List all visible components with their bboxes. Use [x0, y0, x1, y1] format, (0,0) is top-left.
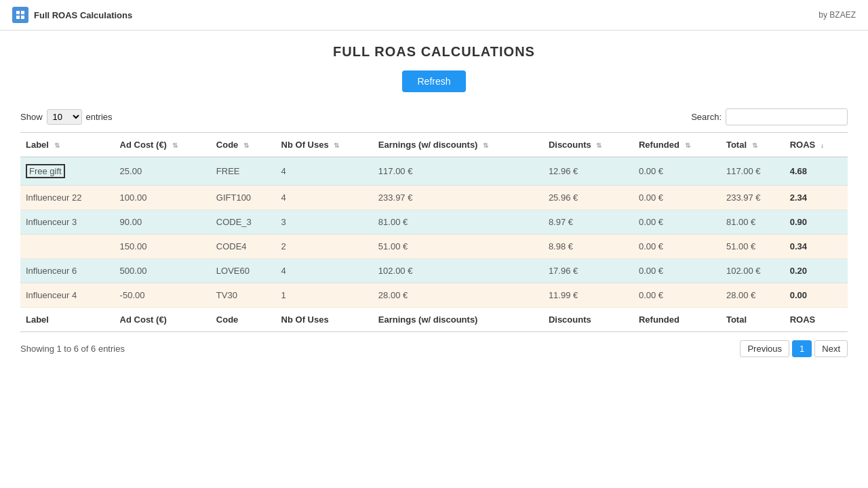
cell-refunded: 0.00 € — [633, 283, 721, 308]
table-row: Influenceur 4-50.00TV30128.00 €11.99 €0.… — [20, 283, 848, 308]
cell-refunded: 0.00 € — [633, 235, 721, 259]
cell-code: GIFT100 — [211, 186, 276, 210]
cell-nbofuses: 4 — [276, 186, 373, 210]
top-bar: Full ROAS Calculations by BZAEZ — [0, 0, 868, 30]
table-footer-row: Label Ad Cost (€) Code Nb Of Uses Earnin… — [20, 308, 848, 332]
col-header-adcost[interactable]: Ad Cost (€) ⇅ — [115, 133, 211, 157]
cell-roas: 4.68 — [785, 157, 848, 186]
cell-adcost: 100.00 — [115, 186, 211, 210]
cell-roas: 0.20 — [785, 259, 848, 283]
table-row: Influenceur 390.00CODE_3381.00 €8.97 €0.… — [20, 210, 848, 235]
svg-rect-3 — [21, 16, 24, 19]
cell-label — [20, 235, 115, 259]
cell-code: CODE_3 — [211, 210, 276, 235]
cell-adcost: 25.00 — [115, 157, 211, 186]
cell-roas: 0.34 — [785, 235, 848, 259]
svg-rect-1 — [21, 11, 24, 14]
cell-earnings: 117.00 € — [373, 157, 543, 186]
cell-discounts: 25.96 € — [543, 186, 633, 210]
cell-code: TV30 — [211, 283, 276, 308]
show-label: Show — [20, 112, 43, 122]
col-header-discounts[interactable]: Discounts ⇅ — [543, 133, 633, 157]
svg-rect-2 — [16, 16, 20, 19]
previous-button[interactable]: Previous — [740, 340, 789, 357]
search-label: Search: — [691, 112, 722, 122]
cell-total: 233.97 € — [721, 186, 785, 210]
cell-label: Influenceur 4 — [20, 283, 115, 308]
cell-adcost: -50.00 — [115, 283, 211, 308]
cell-earnings: 102.00 € — [373, 259, 543, 283]
main-content: FULL ROAS CALCULATIONS Refresh Show 10 2… — [0, 30, 868, 373]
svg-rect-0 — [16, 11, 20, 14]
cell-code: CODE4 — [211, 235, 276, 259]
show-entries-area: Show 10 25 50 100 entries — [20, 109, 113, 125]
table-controls: Show 10 25 50 100 entries Search: — [20, 108, 848, 125]
col-header-earnings[interactable]: Earnings (w/ discounts) ⇅ — [373, 133, 543, 157]
refresh-button[interactable]: Refresh — [402, 70, 465, 92]
cell-earnings: 28.00 € — [373, 283, 543, 308]
cell-code: LOVE60 — [211, 259, 276, 283]
cell-discounts: 8.98 € — [543, 235, 633, 259]
page-title: FULL ROAS CALCULATIONS — [20, 44, 848, 60]
col-header-refunded[interactable]: Refunded ⇅ — [633, 133, 721, 157]
table-row: Free gift25.00FREE4117.00 €12.96 €0.00 €… — [20, 157, 848, 186]
search-area: Search: — [691, 108, 848, 125]
next-button[interactable]: Next — [814, 340, 848, 357]
cell-refunded: 0.00 € — [633, 259, 721, 283]
cell-roas: 0.90 — [785, 210, 848, 235]
cell-label: Influenceur 3 — [20, 210, 115, 235]
app-logo — [12, 7, 28, 23]
footer-label: Label — [20, 308, 115, 332]
table-row: Influenceur 22100.00GIFT1004233.97 €25.9… — [20, 186, 848, 210]
table-header-row: Label ⇅ Ad Cost (€) ⇅ Code ⇅ Nb Of Uses … — [20, 133, 848, 157]
cell-earnings: 81.00 € — [373, 210, 543, 235]
table-row: 150.00CODE4251.00 €8.98 €0.00 €51.00 €0.… — [20, 235, 848, 259]
entries-select[interactable]: 10 25 50 100 — [47, 109, 82, 125]
cell-nbofuses: 4 — [276, 157, 373, 186]
cell-roas: 2.34 — [785, 186, 848, 210]
cell-refunded: 0.00 € — [633, 186, 721, 210]
footer-code: Code — [211, 308, 276, 332]
pagination-area: Showing 1 to 6 of 6 entries Previous 1 N… — [20, 332, 848, 360]
footer-adcost: Ad Cost (€) — [115, 308, 211, 332]
refresh-area: Refresh — [20, 70, 848, 92]
data-table: Label ⇅ Ad Cost (€) ⇅ Code ⇅ Nb Of Uses … — [20, 132, 848, 332]
cell-earnings: 233.97 € — [373, 186, 543, 210]
cell-code: FREE — [211, 157, 276, 186]
page-1-button[interactable]: 1 — [792, 340, 812, 357]
cell-discounts: 12.96 € — [543, 157, 633, 186]
app-title: Full ROAS Calculations — [34, 10, 132, 20]
cell-refunded: 0.00 € — [633, 210, 721, 235]
cell-label: Influenceur 22 — [20, 186, 115, 210]
cell-nbofuses: 4 — [276, 259, 373, 283]
cell-total: 51.00 € — [721, 235, 785, 259]
cell-adcost: 90.00 — [115, 210, 211, 235]
footer-roas: ROAS — [785, 308, 848, 332]
footer-earnings: Earnings (w/ discounts) — [373, 308, 543, 332]
cell-total: 102.00 € — [721, 259, 785, 283]
cell-nbofuses: 1 — [276, 283, 373, 308]
footer-discounts: Discounts — [543, 308, 633, 332]
col-header-label[interactable]: Label ⇅ — [20, 133, 115, 157]
cell-discounts: 8.97 € — [543, 210, 633, 235]
app-title-area: Full ROAS Calculations — [12, 7, 132, 23]
by-label: by BZAEZ — [818, 10, 856, 20]
footer-total: Total — [721, 308, 785, 332]
col-header-roas[interactable]: ROAS ↓ — [785, 133, 848, 157]
cell-adcost: 500.00 — [115, 259, 211, 283]
col-header-total[interactable]: Total ⇅ — [721, 133, 785, 157]
footer-nbofuses: Nb Of Uses — [276, 308, 373, 332]
table-row: Influenceur 6500.00LOVE604102.00 €17.96 … — [20, 259, 848, 283]
cell-adcost: 150.00 — [115, 235, 211, 259]
cell-roas: 0.00 — [785, 283, 848, 308]
cell-total: 117.00 € — [721, 157, 785, 186]
cell-earnings: 51.00 € — [373, 235, 543, 259]
cell-refunded: 0.00 € — [633, 157, 721, 186]
col-header-nbofuses[interactable]: Nb Of Uses ⇅ — [276, 133, 373, 157]
search-input[interactable] — [726, 108, 848, 125]
cell-discounts: 11.99 € — [543, 283, 633, 308]
cell-total: 81.00 € — [721, 210, 785, 235]
cell-nbofuses: 2 — [276, 235, 373, 259]
showing-info: Showing 1 to 6 of 6 entries — [20, 344, 125, 354]
col-header-code[interactable]: Code ⇅ — [211, 133, 276, 157]
